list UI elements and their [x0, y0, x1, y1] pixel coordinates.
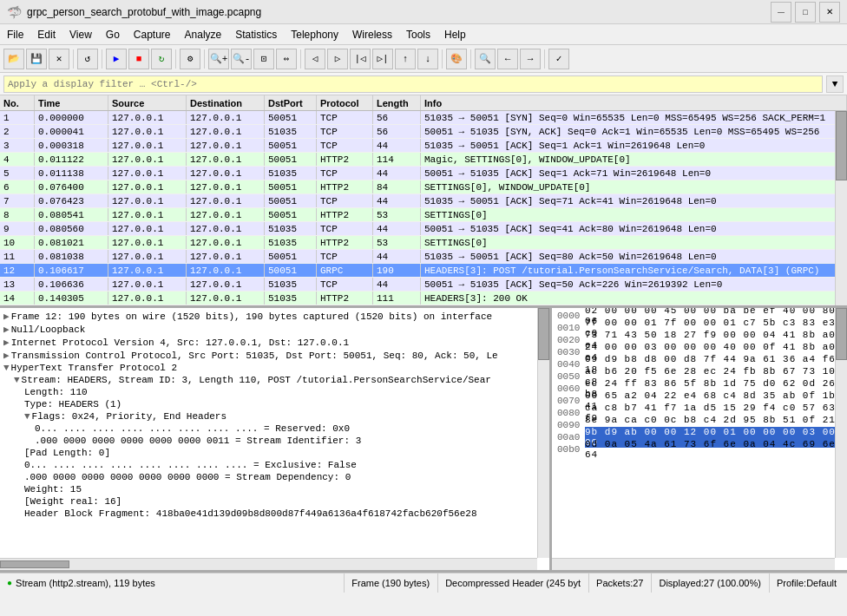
resize-columns-button[interactable]: ⇔: [276, 49, 297, 69]
detail-line[interactable]: ▶Null/Loopback: [0, 323, 549, 336]
cell-len: 53: [373, 236, 421, 249]
detail-line[interactable]: Length: 110: [0, 386, 549, 398]
mark-toggle-button[interactable]: ✓: [548, 49, 569, 69]
table-row[interactable]: 1 0.000000 127.0.0.1 127.0.0.1 50051 TCP…: [0, 111, 847, 125]
go-prev-button[interactable]: ↑: [395, 49, 416, 69]
menu-telephony[interactable]: Telephony: [284, 24, 345, 44]
cell-time: 0.000000: [35, 111, 108, 124]
table-row[interactable]: 10 0.081021 127.0.0.1 127.0.0.1 51035 HT…: [0, 236, 847, 250]
hex-hscroll[interactable]: [552, 558, 835, 570]
save-button[interactable]: 💾: [26, 49, 47, 69]
open-button[interactable]: 📂: [3, 49, 24, 69]
cell-time: 0.106617: [35, 264, 108, 277]
menu-tools[interactable]: Tools: [399, 24, 437, 44]
detail-line[interactable]: Type: HEADERS (1): [0, 398, 549, 410]
table-row[interactable]: 5 0.011138 127.0.0.1 127.0.0.1 51035 TCP…: [0, 167, 847, 180]
hex-vscroll-thumb[interactable]: [836, 308, 847, 360]
hex-vscroll[interactable]: [835, 308, 847, 558]
detail-line[interactable]: ▶Frame 12: 190 bytes on wire (1520 bits)…: [0, 310, 549, 323]
display-filter-input[interactable]: [3, 75, 823, 93]
detail-hscroll-thumb[interactable]: [0, 560, 69, 568]
cell-src: 127.0.0.1: [108, 222, 187, 235]
detail-line[interactable]: .000 0000 0000 0000 0000 0000 0000 = Str…: [0, 471, 549, 483]
cell-no: 13: [0, 278, 35, 291]
zoom-in-button[interactable]: 🔍+: [208, 49, 229, 69]
detail-hscroll[interactable]: [0, 558, 537, 570]
hex-offset: 0040: [554, 359, 585, 370]
detail-line[interactable]: Header Block Fragment: 418ba0e41d139d09b…: [0, 508, 549, 520]
hex-row[interactable]: 00b00d 0a 05 4a 61 73 6f 6e 0a 04 4c 69 …: [552, 443, 847, 455]
table-row[interactable]: 4 0.011122 127.0.0.1 127.0.0.1 50051 HTT…: [0, 153, 847, 167]
col-header-no: No.: [0, 95, 35, 110]
table-row[interactable]: 14 0.140305 127.0.0.1 127.0.0.1 51035 HT…: [0, 292, 847, 305]
menu-file[interactable]: File: [0, 24, 30, 44]
go-last-button[interactable]: ▷|: [372, 49, 393, 69]
detail-vscroll[interactable]: [537, 308, 549, 558]
filter-capture-button[interactable]: ⚙: [180, 49, 200, 69]
go-back-button[interactable]: ◁: [305, 49, 325, 69]
detail-line[interactable]: Weight: 15: [0, 483, 549, 495]
detail-vscroll-thumb[interactable]: [538, 308, 549, 360]
close-button[interactable]: ✕: [819, 2, 840, 23]
filter-arrow-button[interactable]: ▼: [826, 75, 844, 93]
table-row[interactable]: 13 0.106636 127.0.0.1 127.0.0.1 51035 TC…: [0, 278, 847, 292]
cell-proto: TCP: [317, 278, 373, 291]
detail-line[interactable]: ▼Flags: 0x24, Priority, End Headers: [0, 410, 549, 423]
detail-line[interactable]: ▼HyperText Transfer Protocol 2: [0, 362, 549, 374]
detail-line[interactable]: [Weight real: 16]: [0, 495, 549, 508]
table-row[interactable]: 11 0.081038 127.0.0.1 127.0.0.1 50051 TC…: [0, 250, 847, 264]
menu-analyze[interactable]: Analyze: [178, 24, 229, 44]
menu-go[interactable]: Go: [99, 24, 127, 44]
hex-offset: 0090: [554, 420, 585, 430]
minimize-button[interactable]: —: [771, 2, 791, 23]
detail-line[interactable]: ▶Internet Protocol Version 4, Src: 127.0…: [0, 336, 549, 349]
cell-port: 51035: [265, 222, 317, 235]
go-first-button[interactable]: |◁: [350, 49, 371, 69]
cell-dst: 127.0.0.1: [187, 180, 265, 193]
menu-wireless[interactable]: Wireless: [345, 24, 399, 44]
close-button-tb[interactable]: ✕: [49, 49, 69, 69]
detail-line[interactable]: 0... .... .... .... .... .... .... .... …: [0, 423, 549, 435]
window-title: grpc_person_search_protobuf_with_image.p…: [27, 6, 771, 18]
detail-line[interactable]: ▶Transmission Control Protocol, Src Port…: [0, 349, 549, 362]
cell-info: HEADERS[3]: POST /tutorial.PersonSearchS…: [421, 264, 847, 277]
cell-time: 0.011122: [35, 153, 108, 166]
detail-line[interactable]: ▼Stream: HEADERS, Stream ID: 3, Length 1…: [0, 374, 549, 386]
capture-start-button[interactable]: ▶: [106, 49, 127, 69]
go-forward-button[interactable]: ▷: [327, 49, 348, 69]
maximize-button[interactable]: □: [795, 2, 816, 23]
zoom-out-button[interactable]: 🔍-: [231, 49, 252, 69]
zoom-normal-button[interactable]: ⊡: [253, 49, 274, 69]
table-row[interactable]: 12 0.106617 127.0.0.1 127.0.0.1 50051 GR…: [0, 264, 847, 278]
cell-time: 0.000041: [35, 125, 108, 138]
cell-time: 0.000318: [35, 139, 108, 152]
capture-restart-button[interactable]: ↻: [151, 49, 172, 69]
detail-line[interactable]: .000 0000 0000 0000 0000 0000 0011 = Str…: [0, 435, 549, 447]
capture-stop-button[interactable]: ■: [128, 49, 149, 69]
menu-statistics[interactable]: Statistics: [228, 24, 284, 44]
table-row[interactable]: 6 0.076400 127.0.0.1 127.0.0.1 50051 HTT…: [0, 180, 847, 194]
cell-time: 0.080541: [35, 208, 108, 221]
menu-help[interactable]: Help: [437, 24, 473, 44]
detail-line[interactable]: [Pad Length: 0]: [0, 447, 549, 459]
table-row[interactable]: 3 0.000318 127.0.0.1 127.0.0.1 50051 TCP…: [0, 139, 847, 153]
find-button[interactable]: 🔍: [475, 49, 496, 69]
find-prev-button[interactable]: ←: [497, 49, 518, 69]
colorize-button[interactable]: 🎨: [446, 49, 467, 69]
go-next-button[interactable]: ↓: [417, 49, 438, 69]
table-row[interactable]: 7 0.076423 127.0.0.1 127.0.0.1 50051 TCP…: [0, 194, 847, 208]
find-next-button[interactable]: →: [520, 49, 541, 69]
table-row[interactable]: 9 0.080560 127.0.0.1 127.0.0.1 51035 TCP…: [0, 222, 847, 236]
detail-line[interactable]: 0... .... .... .... .... .... .... .... …: [0, 459, 549, 471]
cell-time: 0.081038: [35, 250, 108, 263]
table-row[interactable]: 2 0.000041 127.0.0.1 127.0.0.1 51035 TCP…: [0, 125, 847, 139]
menu-view[interactable]: View: [62, 24, 99, 44]
reload-button[interactable]: ↺: [77, 49, 98, 69]
table-row[interactable]: 8 0.080541 127.0.0.1 127.0.0.1 50051 HTT…: [0, 208, 847, 222]
scrollbar-thumb[interactable]: [836, 111, 847, 180]
menu-edit[interactable]: Edit: [30, 24, 62, 44]
hex-offset: 00a0: [554, 432, 585, 442]
packet-list-scrollbar[interactable]: [835, 111, 847, 305]
menu-capture[interactable]: Capture: [127, 24, 178, 44]
cell-no: 7: [0, 194, 35, 207]
